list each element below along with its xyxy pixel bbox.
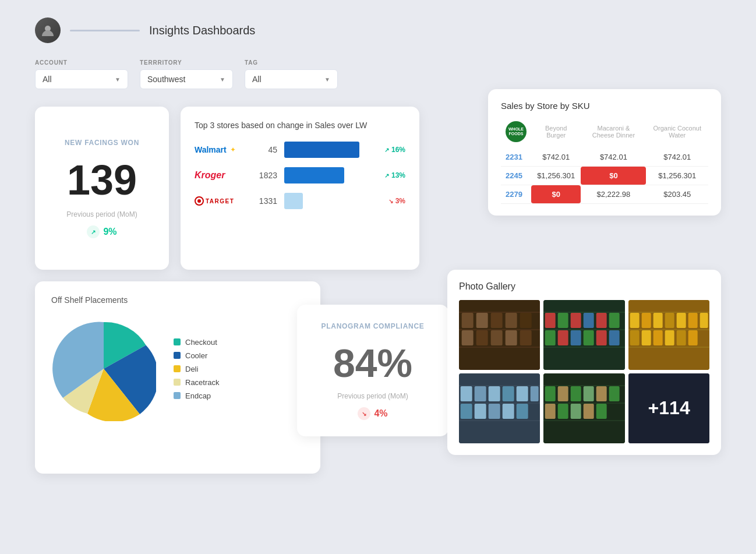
photo-cell-5[interactable] [543, 373, 624, 443]
svg-rect-39 [676, 313, 686, 328]
offshelf-card: Off Shelf Placements [35, 281, 320, 474]
planogram-period-label: Previous period (MoM) [311, 392, 434, 400]
walmart-logo: Walmart ✦ [195, 145, 247, 154]
planogram-compliance-card: PLANOGRAM COMPLIANCE 84% Previous period… [297, 305, 448, 436]
legend-dot-deli [174, 365, 181, 372]
svg-rect-54 [489, 386, 500, 401]
svg-rect-25 [545, 330, 556, 345]
svg-rect-59 [475, 404, 486, 419]
svg-rect-53 [475, 386, 486, 401]
facings-count: 139 [67, 159, 137, 201]
legend-label-deli: Deli [185, 365, 198, 373]
svg-rect-45 [665, 330, 674, 345]
svg-rect-58 [461, 404, 472, 419]
svg-rect-19 [545, 313, 556, 328]
account-filter-select[interactable]: All ▼ [35, 69, 128, 89]
kroger-arrow-icon: ↗ [384, 172, 389, 179]
svg-rect-2 [459, 312, 540, 313]
legend-item-endcap: Endcap [174, 391, 220, 400]
page-title: Insights Dashboards [149, 24, 255, 37]
svg-rect-47 [688, 330, 697, 345]
new-facings-card: NEW FACINGS WON 139 Previous period (MoM… [35, 107, 169, 270]
planogram-change-badge: ↘ 4% [311, 407, 434, 420]
svg-rect-34 [628, 347, 709, 348]
svg-rect-29 [596, 330, 607, 345]
svg-rect-49 [459, 385, 540, 386]
svg-rect-9 [520, 313, 532, 328]
facings-up-arrow-icon: ↗ [87, 225, 100, 238]
svg-rect-28 [584, 330, 594, 345]
header: Insights Dashboards [35, 17, 721, 43]
svg-rect-66 [543, 420, 624, 421]
sales-table: WHOLEFOODS Beyond Burger Macaroni & Chee… [501, 119, 708, 204]
target-store-num: 1331 [254, 196, 277, 206]
tag-filter-select[interactable]: All ▼ [245, 69, 338, 89]
svg-rect-18 [543, 347, 624, 348]
svg-rect-35 [630, 313, 639, 328]
legend-label-cooler: Cooler [185, 351, 207, 360]
account-filter-chevron-icon: ▼ [115, 76, 121, 83]
svg-rect-36 [641, 313, 651, 328]
legend-label-endcap: Endcap [185, 391, 211, 400]
filters-bar: ACCOUNT All ▼ TERRRITORY Southwest ▼ TAG… [35, 59, 721, 89]
photo-cell-4[interactable] [459, 373, 540, 443]
target-logo: TARGET [195, 196, 247, 206]
legend-item-cooler: Cooler [174, 351, 220, 360]
svg-rect-23 [596, 313, 607, 328]
svg-rect-46 [676, 330, 686, 345]
territory-filter-label: TERRRITORY [140, 59, 233, 66]
svg-rect-67 [545, 386, 556, 401]
sales-col-header-3: Organic Coconut Water [646, 119, 708, 148]
facings-card-title: NEW FACINGS WON [65, 138, 139, 148]
svg-rect-52 [461, 386, 472, 401]
offshelf-content: Checkout Cooler Deli Racetrack [51, 316, 304, 421]
whole-foods-logo: WHOLEFOODS [506, 121, 527, 142]
svg-rect-32 [628, 312, 709, 313]
photo-cell-2[interactable] [543, 300, 624, 370]
sales-by-store-card: Sales by Store by SKU WHOLEFOODS Beyond … [488, 89, 721, 216]
svg-rect-50 [459, 403, 540, 404]
sales-col-header-2: Macaroni & Cheese Dinner [581, 119, 646, 148]
store-row-kroger: Kroger 1823 ↗ 13% [195, 167, 405, 184]
svg-rect-33 [628, 329, 709, 330]
svg-rect-30 [609, 330, 620, 345]
planogram-card-title: PLANOGRAM COMPLIANCE [311, 321, 434, 331]
gallery-card-title: Photo Gallery [459, 281, 709, 292]
svg-rect-71 [596, 386, 607, 401]
facings-change-value: 9% [103, 227, 116, 237]
legend-dot-racetrack [174, 379, 181, 386]
svg-rect-37 [653, 313, 662, 328]
territory-filter-chevron-icon: ▼ [220, 76, 225, 83]
svg-rect-60 [489, 404, 500, 419]
photo-cell-1[interactable] [459, 300, 540, 370]
table-row: 2231 $742.01 $742.01 $742.01 [501, 148, 708, 167]
svg-rect-75 [571, 404, 581, 419]
svg-rect-55 [503, 386, 514, 401]
svg-rect-69 [571, 386, 581, 401]
legend-dot-endcap [174, 392, 181, 399]
offshelf-legend: Checkout Cooler Deli Racetrack [174, 338, 220, 400]
header-divider [70, 30, 140, 31]
svg-rect-21 [571, 313, 581, 328]
photo-cell-3[interactable] [628, 300, 709, 370]
svg-rect-17 [543, 329, 624, 330]
store-row-target: TARGET 1331 ↘ 3% [195, 193, 405, 209]
territory-filter-group: TERRRITORY Southwest ▼ [140, 59, 233, 89]
target-change: ↘ 3% [388, 197, 405, 205]
legend-item-checkout: Checkout [174, 338, 220, 347]
account-filter-label: ACCOUNT [35, 59, 128, 66]
svg-rect-68 [558, 386, 568, 401]
facings-change-badge: ↗ 9% [87, 225, 116, 238]
territory-filter-select[interactable]: Southwest ▼ [140, 69, 233, 89]
svg-rect-22 [584, 313, 594, 328]
pie-chart [51, 316, 156, 421]
kroger-logo: Kroger [195, 170, 247, 181]
svg-rect-76 [584, 404, 594, 419]
photo-cell-6[interactable]: +114 [628, 373, 709, 443]
svg-rect-13 [506, 330, 517, 345]
photo-gallery-card: Photo Gallery [447, 270, 721, 455]
table-row: 2245 $1,256.301 $0 $1,256.301 [501, 167, 708, 185]
target-bar [284, 193, 377, 209]
kroger-store-num: 1823 [254, 171, 277, 180]
planogram-percentage: 84% [311, 343, 434, 383]
